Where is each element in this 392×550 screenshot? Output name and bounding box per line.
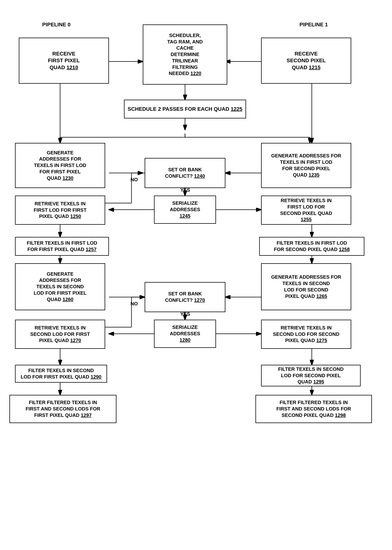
receive-first-box: RECEIVEFIRST PIXELQUAD 1210: [19, 38, 109, 84]
filter-first-lod2-box: FILTER TEXELS IN SECONDLOD FOR FIRST PIX…: [15, 365, 107, 383]
serialize1-box: SERIALIZEADDRESSES1245: [154, 195, 216, 224]
retrieve-second-lod1-box: RETRIEVE TEXELS INFIRST LOD FORSECOND PI…: [261, 195, 351, 225]
gen-addr-second-lod1-ref: 1235: [309, 172, 320, 178]
filter-final-first-box: FILTER FILTERED TEXELS INFIRST AND SECON…: [9, 395, 116, 423]
receive-second-ref: 1215: [309, 65, 321, 70]
retrieve-second-lod1-ref: 1255: [301, 217, 312, 222]
scheduler-ref: 1220: [190, 71, 201, 76]
gen-addr-second-lod1-box: GENERATE ADDRESSES FORTEXELS IN FIRST LO…: [261, 143, 351, 188]
filter-second-lod1-box: FILTER TEXELS IN FIRST LODFOR SECOND PIX…: [259, 237, 364, 256]
serialize2-ref: 1280: [180, 337, 190, 343]
no1-label: NO: [131, 177, 138, 183]
filter-final-second-ref: 1298: [335, 412, 346, 418]
gen-addr-first-lod2-ref: 1260: [63, 297, 73, 302]
retrieve-second-lod2-box: RETRIEVE TEXELS INSECOND LOD FOR SECONDP…: [261, 320, 351, 349]
retrieve-first-lod2-box: RETRIEVE TEXELS INSECOND LOD FOR FIRSTPI…: [15, 320, 105, 349]
serialize2-box: SERIALIZEADDRESSES1280: [154, 320, 216, 348]
no2-label: NO: [131, 301, 138, 307]
serialize1-ref: 1245: [180, 213, 190, 219]
yes2-label: YES: [180, 311, 190, 317]
filter-second-lod1-ref: 1258: [339, 246, 350, 252]
gen-addr-first-lod2-box: GENERATEADDRESSES FORTEXELS IN SECONDLOD…: [15, 263, 105, 310]
retrieve-second-lod2-ref: 1275: [316, 338, 327, 343]
bank-conflict1-ref: 1240: [194, 173, 205, 179]
schedule-passes-box: SCHEDULE 2 PASSES FOR EACH QUAD 1225: [124, 100, 246, 118]
pipeline1-label: PIPELINE 1: [286, 22, 342, 28]
schedule-passes-ref: 1225: [231, 106, 242, 112]
filter-second-lod2-box: FILTER TEXELS IN SECONDLOD FOR SECOND PI…: [261, 365, 361, 386]
gen-addr-first-lod1-box: GENERATEADDRESSES FORTEXELS IN FIRST LOD…: [15, 143, 105, 188]
filter-first-lod1-ref: 1257: [86, 246, 97, 252]
filter-final-second-box: FILTER FILTERED TEXELS INFIRST AND SECON…: [255, 395, 372, 423]
filter-first-lod1-box: FILTER TEXELS IN FIRST LODFOR FIRST PIXE…: [15, 237, 109, 256]
scheduler-box: SCHEDULER,TAG RAM, ANDCACHEDETERMINETRIL…: [143, 24, 227, 85]
flowchart-diagram: PIPELINE 0 PIPELINE 1 SCHEDULER,TAG RAM,…: [0, 0, 392, 550]
bank-conflict2-ref: 1270: [194, 297, 205, 303]
filter-final-first-ref: 1297: [81, 412, 92, 418]
bank-conflict1-box: SET OR BANKCONFLICT? 1240: [145, 158, 225, 188]
retrieve-first-lod1-box: RETRIEVE TEXELS INFIRST LOD FOR FIRSTPIX…: [15, 195, 105, 225]
filter-second-lod2-ref: 1295: [313, 379, 324, 384]
filter-first-lod2-ref: 1290: [91, 374, 101, 380]
bank-conflict2-box: SET OR BANKCONFLICT? 1270: [145, 282, 225, 312]
gen-addr-second-lod2-ref: 1265: [316, 293, 327, 299]
gen-addr-first-lod1-ref: 1230: [63, 175, 73, 181]
retrieve-first-lod2-ref: 1270: [70, 338, 81, 343]
pipeline0-label: PIPELINE 0: [28, 22, 84, 28]
receive-second-box: RECEIVESECOND PIXELQUAD 1215: [261, 38, 351, 84]
retrieve-first-lod1-ref: 1250: [70, 213, 81, 219]
gen-addr-second-lod2-box: GENERATE ADDRESSES FORTEXELS IN SECONDLO…: [261, 263, 351, 310]
yes1-label: YES: [180, 187, 190, 193]
receive-first-ref: 1210: [66, 65, 78, 70]
